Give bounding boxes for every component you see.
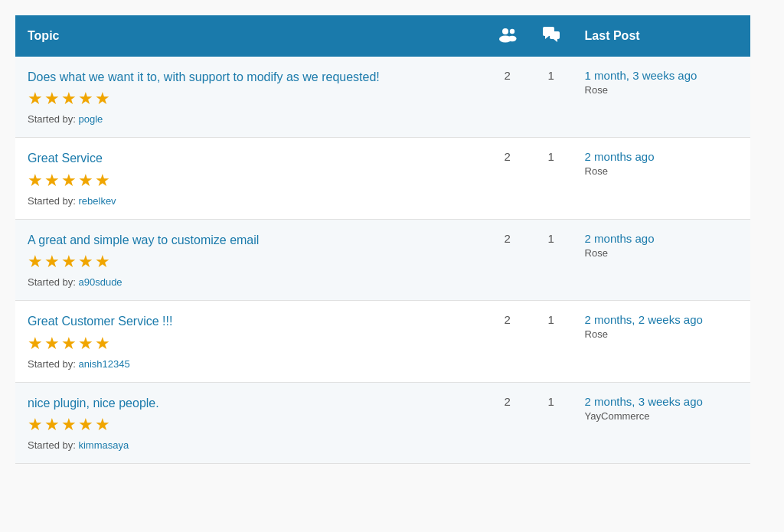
started-by: Started by: kimmasaya — [28, 439, 129, 451]
topic-title-link[interactable]: Great Service — [28, 150, 473, 167]
started-by: Started by: rebelkev — [28, 195, 116, 207]
last-post-author: Rose — [585, 84, 738, 96]
last-post-author: Rose — [585, 328, 738, 340]
posts-icon — [542, 26, 560, 43]
author-link[interactable]: a90sdude — [78, 276, 122, 288]
svg-rect-6 — [550, 31, 560, 39]
svg-marker-7 — [554, 39, 557, 42]
last-post-cell: 2 months, 3 weeks agoYayCommerce — [573, 382, 750, 463]
topic-title-link[interactable]: A great and simple way to customize emai… — [28, 232, 473, 249]
voices-count: 2 — [485, 138, 530, 219]
author-link[interactable]: rebelkev — [78, 195, 116, 207]
author-link[interactable]: kimmasaya — [78, 439, 129, 451]
topic-title-link[interactable]: nice plugin, nice people. — [28, 395, 473, 412]
topic-title-link[interactable]: Does what we want it to, with support to… — [28, 69, 473, 86]
topic-header: Topic — [15, 15, 485, 57]
table-row: Great Service★★★★★Started by: rebelkev21… — [15, 138, 750, 219]
voices-count: 2 — [485, 219, 530, 300]
table-row: nice plugin, nice people.★★★★★Started by… — [15, 382, 750, 463]
forum-table: Topic La — [15, 15, 750, 464]
last-post-cell: 2 months agoRose — [573, 219, 750, 300]
table-row: Does what we want it to, with support to… — [15, 57, 750, 138]
topic-header-label: Topic — [28, 29, 59, 42]
posts-count: 1 — [530, 301, 573, 382]
started-by: Started by: a90sdude — [28, 276, 122, 288]
last-post-time: 2 months ago — [585, 232, 738, 245]
started-by: Started by: pogle — [28, 113, 103, 125]
last-post-author: Rose — [585, 165, 738, 177]
svg-point-1 — [509, 29, 514, 34]
last-post-header-label: Last Post — [585, 29, 640, 42]
star-rating: ★★★★★ — [28, 89, 473, 109]
last-post-author: YayCommerce — [585, 410, 738, 422]
posts-count: 1 — [530, 219, 573, 300]
last-post-cell: 1 month, 3 weeks agoRose — [573, 57, 750, 138]
started-by: Started by: anish12345 — [28, 358, 130, 370]
last-post-time: 2 months ago — [585, 150, 738, 163]
table-row: Great Customer Service !!!★★★★★Started b… — [15, 301, 750, 382]
last-post-time: 1 month, 3 weeks ago — [585, 69, 738, 82]
posts-count: 1 — [530, 57, 573, 138]
topic-cell: nice plugin, nice people.★★★★★Started by… — [15, 382, 485, 463]
topic-cell: Great Service★★★★★Started by: rebelkev — [15, 138, 485, 219]
star-rating: ★★★★★ — [28, 334, 473, 354]
voices-header — [485, 15, 530, 57]
posts-header — [530, 15, 573, 57]
topic-cell: Does what we want it to, with support to… — [15, 57, 485, 138]
posts-count: 1 — [530, 138, 573, 219]
topic-title-link[interactable]: Great Customer Service !!! — [28, 313, 473, 330]
last-post-cell: 2 months agoRose — [573, 138, 750, 219]
last-post-time: 2 months, 2 weeks ago — [585, 313, 738, 326]
star-rating: ★★★★★ — [28, 415, 473, 435]
last-post-header: Last Post — [573, 15, 750, 57]
voices-count: 2 — [485, 301, 530, 382]
svg-marker-5 — [545, 36, 549, 39]
svg-point-0 — [502, 28, 508, 34]
topic-cell: Great Customer Service !!!★★★★★Started b… — [15, 301, 485, 382]
author-link[interactable]: anish12345 — [78, 358, 129, 370]
voices-icon — [498, 26, 518, 43]
star-rating: ★★★★★ — [28, 252, 473, 272]
star-rating: ★★★★★ — [28, 171, 473, 191]
last-post-time: 2 months, 3 weeks ago — [585, 395, 738, 408]
author-link[interactable]: pogle — [78, 113, 103, 125]
table-row: A great and simple way to customize emai… — [15, 219, 750, 300]
posts-count: 1 — [530, 382, 573, 463]
voices-count: 2 — [485, 382, 530, 463]
last-post-author: Rose — [585, 247, 738, 259]
topic-cell: A great and simple way to customize emai… — [15, 219, 485, 300]
svg-point-3 — [508, 36, 516, 42]
voices-count: 2 — [485, 57, 530, 138]
last-post-cell: 2 months, 2 weeks agoRose — [573, 301, 750, 382]
